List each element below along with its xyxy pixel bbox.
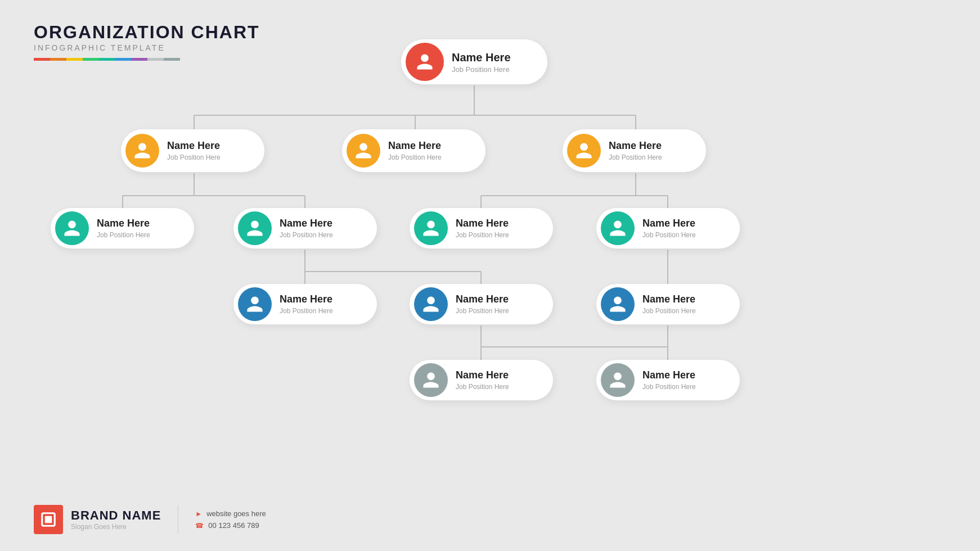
card-l2b: Name Here Job Position Here xyxy=(233,208,377,249)
avatar-l3a xyxy=(238,287,272,321)
card-l2a: Name Here Job Position Here xyxy=(51,208,194,249)
card-root: Name Here Job Position Here xyxy=(401,39,547,84)
phone-text: 00 123 456 789 xyxy=(208,521,259,530)
chart-title: ORGANIZATION CHART xyxy=(34,22,260,42)
card-l1b-name: Name Here xyxy=(388,140,442,152)
svg-rect-24 xyxy=(45,516,52,523)
card-l4b-pos: Job Position Here xyxy=(642,383,696,391)
card-l3b-name: Name Here xyxy=(456,293,509,306)
card-l4b-name: Name Here xyxy=(642,369,696,382)
brand-slogan: Slogan Goes Here xyxy=(71,523,161,531)
avatar-l2c xyxy=(414,211,448,245)
page: ORGANIZATION CHART INFOGRAPHIC TEMPLATE xyxy=(0,0,980,551)
website-icon: ► xyxy=(195,510,202,518)
card-l2a-pos: Job Position Here xyxy=(97,231,150,239)
avatar-l3c xyxy=(601,287,635,321)
card-l1a: Name Here Job Position Here xyxy=(121,129,264,172)
header: ORGANIZATION CHART INFOGRAPHIC TEMPLATE xyxy=(34,22,260,61)
avatar-l2a xyxy=(55,211,89,245)
card-l3a-pos: Job Position Here xyxy=(280,307,333,315)
avatar-l1a xyxy=(125,134,159,168)
website-text: website goes here xyxy=(206,509,266,518)
card-l2c: Name Here Job Position Here xyxy=(410,208,553,249)
card-l1c: Name Here Job Position Here xyxy=(563,129,706,172)
chart-subtitle: INFOGRAPHIC TEMPLATE xyxy=(34,43,260,52)
card-l3c-name: Name Here xyxy=(642,293,696,306)
card-l2c-pos: Job Position Here xyxy=(456,231,509,239)
avatar-l1c xyxy=(567,134,601,168)
avatar-l3b xyxy=(414,287,448,321)
card-l4a-name: Name Here xyxy=(456,369,509,382)
card-l4a: Name Here Job Position Here xyxy=(410,360,553,400)
card-l1b-pos: Job Position Here xyxy=(388,153,442,161)
avatar-l2b xyxy=(238,211,272,245)
card-l2b-name: Name Here xyxy=(280,218,333,230)
avatar-l1b xyxy=(347,134,380,168)
avatar-l4a xyxy=(414,363,448,397)
avatar-l2d xyxy=(601,211,635,245)
card-l3c: Name Here Job Position Here xyxy=(596,284,740,324)
card-l1b: Name Here Job Position Here xyxy=(342,129,485,172)
card-l1c-pos: Job Position Here xyxy=(609,153,662,161)
card-l3c-pos: Job Position Here xyxy=(642,307,696,315)
card-l2a-name: Name Here xyxy=(97,218,150,230)
brand-icon xyxy=(34,505,63,534)
contact-phone: ☎ 00 123 456 789 xyxy=(195,521,266,530)
card-l4a-pos: Job Position Here xyxy=(456,383,509,391)
contact-block: ► website goes here ☎ 00 123 456 789 xyxy=(195,509,266,530)
footer-divider xyxy=(178,505,178,534)
card-l1a-name: Name Here xyxy=(167,140,221,152)
card-l3b-pos: Job Position Here xyxy=(456,307,509,315)
card-root-pos: Job Position Here xyxy=(452,65,511,74)
card-l3b: Name Here Job Position Here xyxy=(410,284,553,324)
card-l2c-name: Name Here xyxy=(456,218,509,230)
phone-icon: ☎ xyxy=(195,522,204,530)
footer: BRAND NAME Slogan Goes Here ► website go… xyxy=(34,505,266,534)
contact-website: ► website goes here xyxy=(195,509,266,518)
card-root-name: Name Here xyxy=(452,51,511,64)
color-bar xyxy=(34,58,180,61)
card-l2d-pos: Job Position Here xyxy=(642,231,696,239)
avatar-l4b xyxy=(601,363,635,397)
card-l3a: Name Here Job Position Here xyxy=(233,284,377,324)
card-l3a-name: Name Here xyxy=(280,293,333,306)
brand-name: BRAND NAME xyxy=(71,508,161,523)
card-l2b-pos: Job Position Here xyxy=(280,231,333,239)
card-l4b: Name Here Job Position Here xyxy=(596,360,740,400)
avatar-root xyxy=(406,43,444,81)
card-l1c-name: Name Here xyxy=(609,140,662,152)
brand-block: BRAND NAME Slogan Goes Here xyxy=(34,505,161,534)
card-l2d-name: Name Here xyxy=(642,218,696,230)
card-l1a-pos: Job Position Here xyxy=(167,153,221,161)
brand-text: BRAND NAME Slogan Goes Here xyxy=(71,508,161,531)
card-l2d: Name Here Job Position Here xyxy=(596,208,740,249)
